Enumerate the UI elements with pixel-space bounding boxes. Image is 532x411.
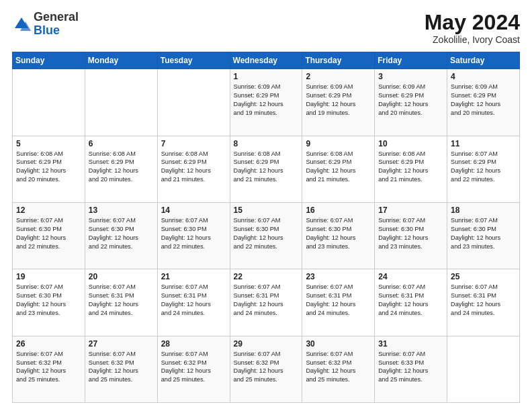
- calendar-cell: 17Sunrise: 6:07 AM Sunset: 6:30 PM Dayli…: [375, 202, 447, 269]
- day-number: 1: [234, 72, 299, 81]
- day-number: 10: [378, 139, 443, 148]
- calendar-week-2: 5Sunrise: 6:08 AM Sunset: 6:29 PM Daylig…: [13, 136, 520, 202]
- day-info: Sunrise: 6:07 AM Sunset: 6:31 PM Dayligh…: [378, 283, 443, 318]
- day-info: Sunrise: 6:07 AM Sunset: 6:32 PM Dayligh…: [16, 350, 81, 385]
- month-year: May 2024: [425, 11, 520, 34]
- page: General Blue May 2024 Zokolilie, Ivory C…: [0, 0, 532, 411]
- day-number: 16: [306, 205, 371, 215]
- calendar-cell: [85, 69, 157, 136]
- day-info: Sunrise: 6:07 AM Sunset: 6:30 PM Dayligh…: [16, 216, 81, 251]
- calendar-cell: 21Sunrise: 6:07 AM Sunset: 6:31 PM Dayli…: [157, 269, 230, 336]
- day-number: 28: [161, 339, 226, 349]
- day-header-saturday: Saturday: [447, 52, 520, 69]
- day-number: 20: [89, 272, 154, 281]
- day-number: 21: [161, 272, 226, 281]
- calendar-cell: 1Sunrise: 6:09 AM Sunset: 6:29 PM Daylig…: [230, 69, 302, 136]
- day-number: 23: [306, 272, 371, 281]
- day-number: 11: [451, 139, 516, 148]
- day-number: 3: [378, 72, 443, 81]
- calendar-cell: 14Sunrise: 6:07 AM Sunset: 6:30 PM Dayli…: [157, 202, 230, 269]
- day-number: 18: [451, 205, 516, 215]
- calendar-week-4: 19Sunrise: 6:07 AM Sunset: 6:30 PM Dayli…: [13, 269, 520, 336]
- day-info: Sunrise: 6:08 AM Sunset: 6:29 PM Dayligh…: [306, 150, 371, 185]
- calendar-cell: 13Sunrise: 6:07 AM Sunset: 6:30 PM Dayli…: [85, 202, 157, 269]
- logo-blue: Blue: [34, 24, 60, 37]
- logo-icon: [12, 15, 31, 34]
- calendar-cell: 24Sunrise: 6:07 AM Sunset: 6:31 PM Dayli…: [375, 269, 447, 336]
- day-info: Sunrise: 6:07 AM Sunset: 6:32 PM Dayligh…: [234, 350, 299, 385]
- day-number: 24: [378, 272, 443, 281]
- day-header-monday: Monday: [85, 52, 157, 69]
- calendar-cell: 6Sunrise: 6:08 AM Sunset: 6:29 PM Daylig…: [85, 136, 157, 202]
- calendar-cell: 30Sunrise: 6:07 AM Sunset: 6:32 PM Dayli…: [302, 336, 375, 402]
- day-info: Sunrise: 6:08 AM Sunset: 6:29 PM Dayligh…: [378, 150, 443, 185]
- calendar-table: SundayMondayTuesdayWednesdayThursdayFrid…: [12, 52, 520, 403]
- day-info: Sunrise: 6:07 AM Sunset: 6:31 PM Dayligh…: [234, 283, 299, 318]
- calendar-cell: 27Sunrise: 6:07 AM Sunset: 6:32 PM Dayli…: [85, 336, 157, 402]
- day-info: Sunrise: 6:07 AM Sunset: 6:30 PM Dayligh…: [89, 216, 154, 251]
- day-header-sunday: Sunday: [13, 52, 85, 69]
- day-header-friday: Friday: [375, 52, 447, 69]
- calendar-cell: 29Sunrise: 6:07 AM Sunset: 6:32 PM Dayli…: [230, 336, 302, 402]
- day-info: Sunrise: 6:09 AM Sunset: 6:29 PM Dayligh…: [378, 83, 443, 118]
- day-info: Sunrise: 6:09 AM Sunset: 6:29 PM Dayligh…: [451, 83, 516, 118]
- calendar-week-3: 12Sunrise: 6:07 AM Sunset: 6:30 PM Dayli…: [13, 202, 520, 269]
- calendar-cell: 11Sunrise: 6:07 AM Sunset: 6:29 PM Dayli…: [447, 136, 520, 202]
- day-info: Sunrise: 6:07 AM Sunset: 6:29 PM Dayligh…: [451, 150, 516, 185]
- calendar-cell: 2Sunrise: 6:09 AM Sunset: 6:29 PM Daylig…: [302, 69, 375, 136]
- day-number: 15: [234, 205, 299, 215]
- day-number: 13: [89, 205, 154, 215]
- day-info: Sunrise: 6:07 AM Sunset: 6:30 PM Dayligh…: [16, 283, 81, 318]
- calendar-cell: 26Sunrise: 6:07 AM Sunset: 6:32 PM Dayli…: [13, 336, 85, 402]
- calendar-cell: [13, 69, 85, 136]
- location: Zokolilie, Ivory Coast: [425, 34, 520, 45]
- calendar-week-1: 1Sunrise: 6:09 AM Sunset: 6:29 PM Daylig…: [13, 69, 520, 136]
- day-info: Sunrise: 6:07 AM Sunset: 6:30 PM Dayligh…: [234, 216, 299, 251]
- day-info: Sunrise: 6:09 AM Sunset: 6:29 PM Dayligh…: [306, 83, 371, 118]
- day-info: Sunrise: 6:08 AM Sunset: 6:29 PM Dayligh…: [234, 150, 299, 185]
- day-info: Sunrise: 6:08 AM Sunset: 6:29 PM Dayligh…: [16, 150, 81, 185]
- day-number: 14: [161, 205, 226, 215]
- day-number: 9: [306, 139, 371, 148]
- day-number: 17: [378, 205, 443, 215]
- calendar-cell: 16Sunrise: 6:07 AM Sunset: 6:30 PM Dayli…: [302, 202, 375, 269]
- day-number: 4: [451, 72, 516, 81]
- calendar-cell: 12Sunrise: 6:07 AM Sunset: 6:30 PM Dayli…: [13, 202, 85, 269]
- day-header-thursday: Thursday: [302, 52, 375, 69]
- calendar-cell: 25Sunrise: 6:07 AM Sunset: 6:31 PM Dayli…: [447, 269, 520, 336]
- day-number: 12: [16, 205, 81, 215]
- day-number: 31: [378, 339, 443, 349]
- day-header-tuesday: Tuesday: [157, 52, 230, 69]
- day-info: Sunrise: 6:07 AM Sunset: 6:32 PM Dayligh…: [306, 350, 371, 385]
- calendar-cell: 15Sunrise: 6:07 AM Sunset: 6:30 PM Dayli…: [230, 202, 302, 269]
- day-info: Sunrise: 6:09 AM Sunset: 6:29 PM Dayligh…: [234, 83, 299, 118]
- calendar-week-5: 26Sunrise: 6:07 AM Sunset: 6:32 PM Dayli…: [13, 336, 520, 402]
- day-info: Sunrise: 6:07 AM Sunset: 6:32 PM Dayligh…: [89, 350, 154, 385]
- calendar-cell: 20Sunrise: 6:07 AM Sunset: 6:31 PM Dayli…: [85, 269, 157, 336]
- calendar-cell: 9Sunrise: 6:08 AM Sunset: 6:29 PM Daylig…: [302, 136, 375, 202]
- calendar-cell: [447, 336, 520, 402]
- calendar-cell: 7Sunrise: 6:08 AM Sunset: 6:29 PM Daylig…: [157, 136, 230, 202]
- day-number: 26: [16, 339, 81, 349]
- logo-text: General Blue: [34, 11, 79, 38]
- calendar-header-row: SundayMondayTuesdayWednesdayThursdayFrid…: [13, 52, 520, 69]
- day-info: Sunrise: 6:07 AM Sunset: 6:30 PM Dayligh…: [378, 216, 443, 251]
- day-number: 19: [16, 272, 81, 281]
- calendar-cell: 22Sunrise: 6:07 AM Sunset: 6:31 PM Dayli…: [230, 269, 302, 336]
- day-info: Sunrise: 6:07 AM Sunset: 6:30 PM Dayligh…: [161, 216, 226, 251]
- calendar-cell: 19Sunrise: 6:07 AM Sunset: 6:30 PM Dayli…: [13, 269, 85, 336]
- day-info: Sunrise: 6:08 AM Sunset: 6:29 PM Dayligh…: [89, 150, 154, 185]
- day-info: Sunrise: 6:07 AM Sunset: 6:31 PM Dayligh…: [89, 283, 154, 318]
- day-info: Sunrise: 6:07 AM Sunset: 6:30 PM Dayligh…: [306, 216, 371, 251]
- calendar-cell: 4Sunrise: 6:09 AM Sunset: 6:29 PM Daylig…: [447, 69, 520, 136]
- calendar-cell: 8Sunrise: 6:08 AM Sunset: 6:29 PM Daylig…: [230, 136, 302, 202]
- day-number: 22: [234, 272, 299, 281]
- day-info: Sunrise: 6:07 AM Sunset: 6:31 PM Dayligh…: [161, 283, 226, 318]
- day-number: 27: [89, 339, 154, 349]
- header: General Blue May 2024 Zokolilie, Ivory C…: [12, 11, 520, 45]
- day-number: 29: [234, 339, 299, 349]
- day-info: Sunrise: 6:07 AM Sunset: 6:31 PM Dayligh…: [451, 283, 516, 318]
- title-block: May 2024 Zokolilie, Ivory Coast: [425, 11, 520, 45]
- day-info: Sunrise: 6:07 AM Sunset: 6:33 PM Dayligh…: [378, 350, 443, 385]
- calendar-cell: 28Sunrise: 6:07 AM Sunset: 6:32 PM Dayli…: [157, 336, 230, 402]
